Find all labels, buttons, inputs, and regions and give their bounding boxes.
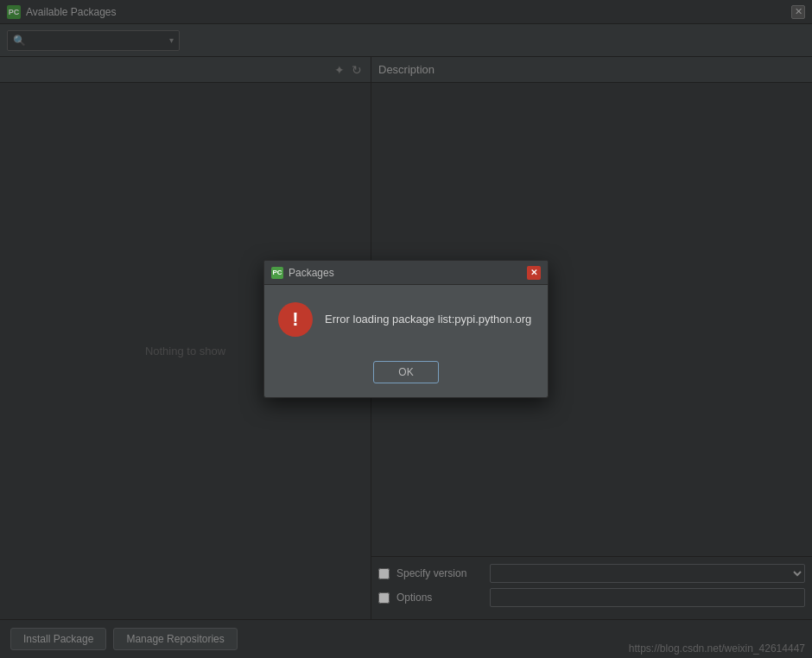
error-dialog: PC Packages ✕ ! Error loading package li…: [263, 260, 549, 398]
dialog-ok-button[interactable]: OK: [373, 361, 438, 383]
dialog-message: Error loading package list:pypi.python.o…: [325, 312, 531, 327]
dialog-title-bar: PC Packages ✕: [264, 261, 548, 285]
dialog-title: Packages: [289, 267, 527, 279]
dialog-body: ! Error loading package list:pypi.python…: [264, 285, 548, 354]
error-icon: !: [278, 302, 313, 337]
dialog-close-button[interactable]: ✕: [527, 266, 541, 280]
modal-overlay: PC Packages ✕ ! Error loading package li…: [0, 0, 812, 658]
dialog-app-icon: PC: [271, 267, 283, 279]
dialog-footer: OK: [264, 354, 548, 397]
